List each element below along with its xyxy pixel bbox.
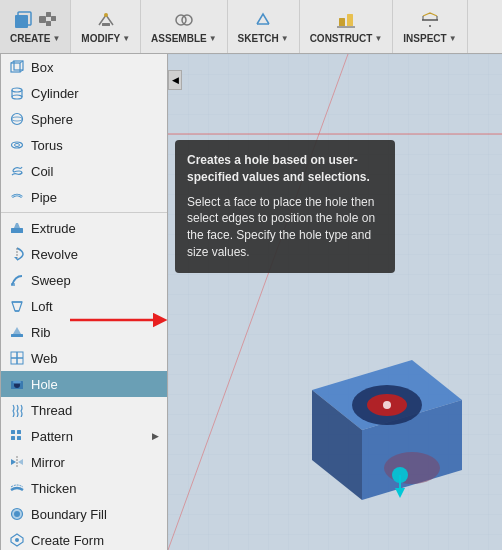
svg-rect-0 <box>15 15 28 28</box>
menu-item-pipe[interactable]: Pipe <box>1 184 167 210</box>
assemble-arrow: ▼ <box>209 34 217 43</box>
menu-item-cylinder[interactable]: Cylinder <box>1 80 167 106</box>
svg-point-37 <box>12 88 22 92</box>
svg-point-44 <box>15 144 20 147</box>
svg-marker-66 <box>11 459 16 465</box>
svg-point-71 <box>15 538 19 542</box>
menu-item-boundary-fill-label: Boundary Fill <box>31 507 107 522</box>
svg-point-40 <box>12 95 22 99</box>
svg-marker-46 <box>14 223 20 228</box>
collapse-panel-button[interactable]: ◀ <box>168 70 182 90</box>
menu-item-boundary-fill[interactable]: Boundary Fill <box>1 501 167 527</box>
create-form-icon <box>9 532 25 548</box>
menu-item-box-label: Box <box>31 60 53 75</box>
svg-point-28 <box>384 452 440 484</box>
svg-rect-49 <box>11 283 15 286</box>
menu-item-thread[interactable]: Thread <box>1 397 167 423</box>
svg-rect-2 <box>39 16 46 23</box>
menu-item-hole-label: Hole <box>31 377 58 392</box>
svg-marker-67 <box>18 459 23 465</box>
menu-item-torus-label: Torus <box>31 138 63 153</box>
sweep-icon <box>9 272 25 288</box>
svg-point-60 <box>13 381 21 384</box>
create-arrow: ▼ <box>52 34 60 43</box>
svg-rect-12 <box>347 14 353 26</box>
toolbar: CREATE ▼ MODIFY ▼ <box>0 0 502 54</box>
menu-item-sweep-label: Sweep <box>31 273 71 288</box>
toolbar-inspect[interactable]: INSPECT ▼ <box>393 0 467 53</box>
svg-marker-54 <box>13 327 21 334</box>
svg-rect-11 <box>339 18 345 26</box>
svg-rect-64 <box>17 436 21 440</box>
menu-item-extrude-label: Extrude <box>31 221 76 236</box>
svg-point-41 <box>12 114 23 125</box>
arrow-indicator <box>65 295 175 345</box>
tooltip-box: Creates a hole based on user-specified v… <box>175 140 395 273</box>
menu-item-revolve[interactable]: Revolve <box>1 241 167 267</box>
menu-item-mirror[interactable]: Mirror <box>1 449 167 475</box>
svg-marker-48 <box>14 257 17 260</box>
menu-item-hole[interactable]: Hole <box>1 371 167 397</box>
hole-icon <box>9 376 25 392</box>
svg-rect-62 <box>17 430 21 434</box>
modify-icon <box>95 9 117 31</box>
svg-rect-45 <box>11 228 23 233</box>
sphere-icon <box>9 111 25 127</box>
menu-item-mirror-label: Mirror <box>31 455 65 470</box>
menu-item-sphere-label: Sphere <box>31 112 73 127</box>
extrude-icon <box>9 220 25 236</box>
menu-item-loft-label: Loft <box>31 299 53 314</box>
svg-rect-61 <box>11 430 15 434</box>
svg-point-27 <box>383 401 391 409</box>
menu-item-pattern[interactable]: Pattern <box>1 423 167 449</box>
pattern-icon <box>9 428 25 444</box>
menu-item-create-form[interactable]: Create Form <box>1 527 167 550</box>
menu-item-rib-label: Rib <box>31 325 51 340</box>
menu-item-pipe-label: Pipe <box>31 190 57 205</box>
torus-icon <box>9 137 25 153</box>
canvas-area <box>168 54 502 550</box>
modify-arrow: ▼ <box>122 34 130 43</box>
create-icon-pattern <box>37 9 59 31</box>
divider-1 <box>1 212 167 213</box>
assemble-icon <box>173 9 195 31</box>
svg-marker-50 <box>12 302 22 311</box>
assemble-label: ASSEMBLE ▼ <box>151 33 216 44</box>
svg-rect-4 <box>51 16 56 21</box>
svg-marker-31 <box>395 488 405 498</box>
construct-label: CONSTRUCT ▼ <box>310 33 383 44</box>
box-icon <box>9 59 25 75</box>
toolbar-modify[interactable]: MODIFY ▼ <box>71 0 141 53</box>
inspect-label: INSPECT ▼ <box>403 33 456 44</box>
tooltip-title: Creates a hole based on user-specified v… <box>187 152 383 186</box>
menu-item-thicken[interactable]: Thicken <box>1 475 167 501</box>
revolve-icon <box>9 246 25 262</box>
menu-item-sphere[interactable]: Sphere <box>1 106 167 132</box>
menu-item-thicken-label: Thicken <box>31 481 77 496</box>
menu-item-torus[interactable]: Torus <box>1 132 167 158</box>
toolbar-create[interactable]: CREATE ▼ <box>0 0 71 53</box>
svg-rect-53 <box>11 334 23 337</box>
coil-icon <box>9 163 25 179</box>
menu-item-box[interactable]: Box <box>1 54 167 80</box>
cylinder-icon <box>9 85 25 101</box>
menu-item-extrude[interactable]: Extrude <box>1 215 167 241</box>
menu-item-web[interactable]: Web <box>1 345 167 371</box>
3d-object <box>282 320 492 530</box>
toolbar-assemble[interactable]: ASSEMBLE ▼ <box>141 0 227 53</box>
svg-rect-32 <box>11 63 20 72</box>
svg-point-69 <box>14 511 20 517</box>
toolbar-construct[interactable]: CONSTRUCT ▼ <box>300 0 394 53</box>
menu-item-web-label: Web <box>31 351 58 366</box>
inspect-icon <box>419 9 441 31</box>
thread-icon <box>9 402 25 418</box>
mirror-icon <box>9 454 25 470</box>
modify-label: MODIFY ▼ <box>81 33 130 44</box>
menu-item-thread-label: Thread <box>31 403 72 418</box>
menu-item-sweep[interactable]: Sweep <box>1 267 167 293</box>
toolbar-sketch[interactable]: SKETCH ▼ <box>228 0 300 53</box>
menu-item-revolve-label: Revolve <box>31 247 78 262</box>
menu-item-coil[interactable]: Coil <box>1 158 167 184</box>
svg-point-6 <box>104 13 108 17</box>
svg-rect-5 <box>46 21 51 26</box>
